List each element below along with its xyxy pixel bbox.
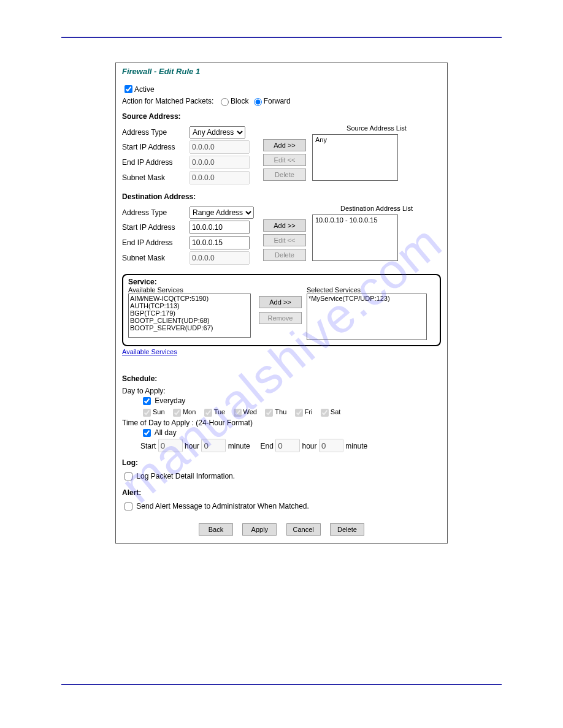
source-subnet-input[interactable] [190, 171, 250, 184]
source-fields: Address Type Any Address Start IP Addres… [122, 124, 257, 186]
action-buttons: Back Apply Cancel Delete [122, 523, 441, 536]
list-item[interactable]: BOOTP_SERVER(UDP:67) [130, 324, 249, 332]
dest-add-button[interactable]: Add >> [263, 219, 306, 232]
cancel-button[interactable]: Cancel [286, 523, 321, 536]
end-hour-input[interactable] [275, 439, 300, 452]
available-services-list[interactable]: AIM/NEW-ICQ(TCP:5190) AUTH(TCP:113) BGP(… [128, 294, 251, 338]
delete-button[interactable]: Delete [330, 523, 364, 536]
list-item[interactable]: AUTH(TCP:113) [130, 302, 249, 309]
source-list-label: Source Address List [312, 124, 441, 132]
everyday-label: Everyday [155, 396, 185, 405]
day-thu-checkbox[interactable] [265, 409, 273, 417]
dest-end-ip-input[interactable] [190, 236, 250, 249]
day-fri-checkbox[interactable] [295, 409, 303, 417]
service-heading: Service: [128, 278, 435, 286]
active-checkbox[interactable] [124, 85, 132, 93]
selected-services-label: Selected Services [307, 286, 435, 294]
day-mon-checkbox[interactable] [173, 409, 181, 417]
list-item[interactable]: Any [315, 136, 395, 143]
alert-label: Send Alert Message to Administrator When… [136, 502, 308, 510]
dest-delete-button[interactable]: Delete [263, 249, 306, 261]
available-services-label: Available Services [128, 286, 254, 294]
list-item[interactable]: 10.0.0.10 - 10.0.0.15 [315, 216, 395, 224]
source-heading: Source Address: [122, 112, 441, 121]
dest-list-label: Destination Address List [312, 205, 441, 212]
firewall-rule-panel: Firewall - Edit Rule 1 Active Action for… [115, 63, 448, 544]
log-label: Log Packet Detail Information. [136, 472, 235, 480]
service-section: Service: Available Services AIM/NEW-ICQ(… [122, 274, 441, 346]
all-day-checkbox[interactable] [143, 429, 151, 437]
dest-address-type-label: Address Type [122, 208, 190, 217]
day-wed-checkbox[interactable] [234, 409, 242, 417]
end-minute-input[interactable] [319, 439, 343, 452]
action-row: Action for Matched Packets: Block Forwar… [122, 96, 441, 106]
dest-end-ip-label: End IP Address [122, 238, 190, 247]
action-label: Action for Matched Packets: [122, 97, 213, 105]
selected-services-list[interactable]: *MyService(TCP/UDP:123) [307, 294, 427, 340]
dest-address-list[interactable]: 10.0.0.10 - 10.0.0.15 [312, 214, 398, 261]
dest-start-ip-input[interactable] [190, 221, 250, 234]
dest-heading: Destination Address: [122, 192, 441, 201]
start-hour-input[interactable] [158, 439, 183, 452]
bottom-rule [61, 684, 502, 685]
list-item[interactable]: *MyService(TCP/UDP:123) [308, 295, 425, 302]
action-forward-radio[interactable] [254, 98, 262, 106]
minute-label-1: minute [228, 442, 250, 450]
action-block-radio[interactable] [221, 98, 229, 106]
dest-address-type-select[interactable]: Range Address [190, 207, 254, 219]
top-rule [61, 37, 502, 38]
schedule-heading: Schedule: [122, 374, 441, 383]
list-item[interactable]: BGP(TCP:179) [130, 309, 249, 317]
panel-title: Firewall - Edit Rule 1 [122, 63, 441, 82]
list-item[interactable]: AIM/NEW-ICQ(TCP:5190) [130, 295, 249, 302]
time-range-row: Start hour minute End hour minute [140, 439, 441, 452]
active-label: Active [134, 85, 155, 94]
source-add-button[interactable]: Add >> [263, 139, 306, 151]
available-services-link[interactable]: Available Services [122, 348, 177, 355]
action-forward-label: Forward [264, 97, 291, 105]
apply-button[interactable]: Apply [242, 523, 277, 536]
source-end-ip-label: End IP Address [122, 158, 190, 167]
source-address-list[interactable]: Any [312, 134, 398, 181]
back-button[interactable]: Back [199, 523, 233, 536]
source-subnet-label: Subnet Mask [122, 173, 190, 182]
alert-heading: Alert: [122, 488, 441, 497]
alert-checkbox[interactable] [124, 502, 132, 510]
day-sat-checkbox[interactable] [321, 409, 329, 417]
hour-label-1: hour [185, 442, 199, 450]
source-start-ip-input[interactable] [190, 140, 250, 154]
day-tue-checkbox[interactable] [204, 409, 212, 417]
everyday-checkbox[interactable] [143, 397, 151, 405]
dest-subnet-input[interactable] [190, 251, 250, 265]
source-address-type-label: Address Type [122, 128, 190, 137]
service-add-button[interactable]: Add >> [259, 296, 302, 308]
service-remove-button[interactable]: Remove [259, 312, 302, 324]
time-of-day-label: Time of Day to Apply : (24-Hour Format) [122, 419, 441, 427]
dest-start-ip-label: Start IP Address [122, 223, 190, 232]
source-delete-button[interactable]: Delete [263, 169, 306, 181]
all-day-label: All day [155, 428, 177, 437]
source-end-ip-input[interactable] [190, 156, 250, 169]
day-to-apply-label: Day to Apply: [122, 387, 441, 395]
end-label: End [260, 442, 273, 450]
day-sun-checkbox[interactable] [143, 409, 151, 417]
minute-label-2: minute [345, 442, 367, 450]
active-row: Active [122, 83, 441, 95]
hour-label-2: hour [302, 442, 317, 450]
start-label: Start [140, 442, 156, 450]
start-minute-input[interactable] [201, 439, 226, 452]
source-address-type-select[interactable]: Any Address [190, 126, 245, 138]
days-row: Sun Mon Tue Wed Thu Fri Sat [140, 407, 441, 419]
log-checkbox[interactable] [124, 472, 132, 480]
source-edit-button[interactable]: Edit << [263, 154, 306, 166]
log-heading: Log: [122, 458, 441, 467]
dest-subnet-label: Subnet Mask [122, 254, 190, 262]
source-start-ip-label: Start IP Address [122, 143, 190, 151]
dest-fields: Address Type Range Address Start IP Addr… [122, 205, 257, 267]
dest-edit-button[interactable]: Edit << [263, 234, 306, 246]
action-block-label: Block [231, 97, 248, 105]
list-item[interactable]: BOOTP_CLIENT(UDP:68) [130, 317, 249, 324]
